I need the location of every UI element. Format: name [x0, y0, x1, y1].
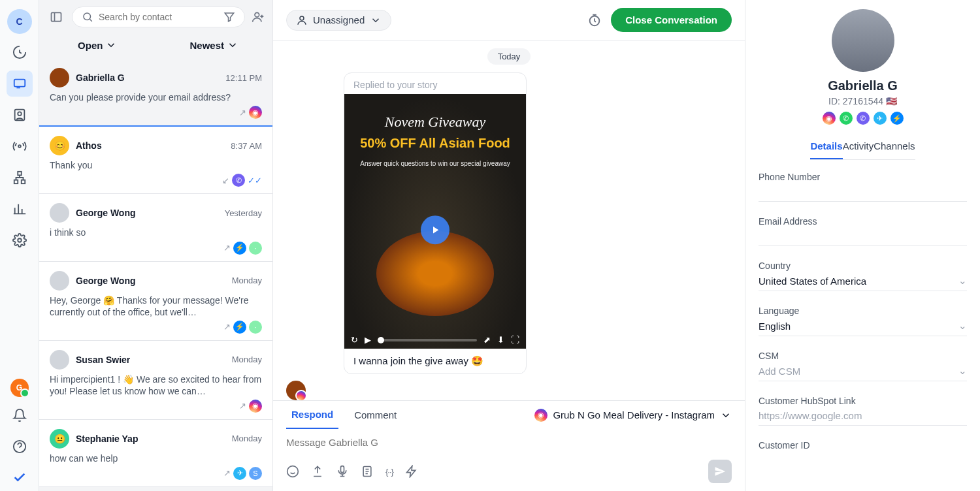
hubspot-field[interactable]: https://www.google.com — [759, 410, 967, 426]
play-small-icon[interactable]: ▶ — [365, 335, 371, 345]
conversation-item[interactable]: George WongMonday Hey, George 🤗 Thanks f… — [39, 262, 272, 341]
contact-name: Athos — [76, 140, 224, 151]
svg-point-2 — [18, 112, 22, 116]
conversation-item[interactable]: 😐Stephanie YapMonday how can we help ↗✈S — [39, 420, 272, 487]
story-title: Novem Giveaway — [385, 114, 486, 131]
whatsapp-icon[interactable]: ✆ — [840, 112, 853, 125]
field-label: CSM — [759, 351, 967, 361]
status-filter[interactable]: Open — [39, 39, 156, 51]
read-icon: ✓✓ — [248, 176, 262, 185]
nav-brand-icon[interactable] — [7, 465, 33, 491]
field-label: Language — [759, 306, 967, 316]
preview-text: Thank you — [50, 159, 262, 171]
channel-icon: · — [249, 242, 262, 255]
field-label: Phone Number — [759, 172, 967, 182]
contact-name: George Wong — [76, 208, 218, 218]
fullscreen-icon[interactable]: ⛶ — [511, 335, 519, 345]
svg-point-3 — [18, 145, 21, 148]
contact-name: Susan Swier — [76, 355, 225, 365]
message-input[interactable] — [286, 437, 732, 448]
variable-icon[interactable]: {··} — [385, 467, 393, 477]
messenger-icon: ⚡ — [233, 242, 246, 255]
emoji-icon[interactable] — [286, 465, 299, 478]
nav-settings-icon[interactable] — [7, 227, 33, 253]
play-icon[interactable] — [421, 215, 449, 244]
agent-icon: S — [249, 467, 262, 480]
respond-tab[interactable]: Respond — [286, 401, 338, 429]
svg-point-10 — [84, 13, 91, 20]
svg-rect-5 — [14, 180, 18, 184]
instagram-icon[interactable]: ◉ — [823, 112, 836, 125]
svg-rect-6 — [21, 180, 25, 184]
field-label: Customer HubSpot Link — [759, 396, 967, 406]
conversation-item[interactable]: George WongYesterday i think so ↗⚡· — [39, 194, 272, 261]
details-tab[interactable]: Details — [810, 134, 842, 159]
sort-filter[interactable]: Newest — [156, 39, 273, 51]
attachment-icon[interactable] — [311, 465, 324, 478]
svg-point-14 — [287, 466, 299, 477]
timestamp: Monday — [232, 434, 262, 443]
preview-text: i think so — [50, 227, 262, 238]
nav-user-avatar[interactable]: G — [10, 379, 29, 397]
messenger-icon[interactable]: ⚡ — [890, 112, 904, 125]
avatar — [50, 350, 69, 370]
replay-icon[interactable]: ↻ — [351, 335, 358, 345]
conversation-list: Open Newest Gabriella G12:11 PM Can you … — [39, 0, 273, 491]
story-media[interactable]: Novem Giveaway 50% OFF All Asian Food An… — [344, 94, 526, 349]
contact-channels: ◉ ✆ ✆ ✈ ⚡ — [823, 112, 904, 125]
outbound-icon: ↗ — [223, 322, 231, 332]
svg-rect-9 — [52, 12, 61, 21]
nav-reports-icon[interactable] — [7, 196, 33, 222]
nav-help-icon[interactable] — [7, 434, 33, 460]
conversation-item[interactable]: Susan SwierMonday Hi impercipient1 ! 👋 W… — [39, 341, 272, 420]
chat-panel: Unassigned Close Conversation Today Repl… — [273, 0, 745, 491]
workspace-avatar[interactable]: C — [7, 9, 32, 34]
comment-tab[interactable]: Comment — [349, 402, 402, 428]
channels-tab[interactable]: Channels — [874, 134, 915, 159]
voice-icon[interactable] — [336, 465, 349, 478]
activity-tab[interactable]: Activity — [843, 134, 874, 159]
close-conversation-button[interactable]: Close Conversation — [611, 8, 732, 32]
progress-bar[interactable] — [378, 339, 477, 341]
viber-icon: ✆ — [232, 174, 245, 187]
automation-icon[interactable] — [405, 465, 418, 478]
add-contact-icon[interactable] — [252, 10, 265, 24]
instagram-icon: ◉ — [249, 106, 262, 119]
filter-icon[interactable] — [223, 11, 235, 23]
contact-name: Gabriella G — [76, 72, 219, 83]
outbound-icon: ↗ — [239, 401, 246, 411]
svg-rect-4 — [18, 172, 22, 176]
collapse-pane-icon[interactable] — [47, 8, 65, 26]
phone-field[interactable] — [759, 186, 967, 202]
language-select[interactable]: English⌄ — [759, 320, 967, 336]
search-input[interactable] — [99, 12, 218, 22]
svg-rect-0 — [14, 80, 25, 87]
conversation-item[interactable]: Gabriella G12:11 PM Can you please provi… — [39, 59, 272, 127]
conversation-item[interactable]: 😊Athos8:37 AM Thank you ↙✆✓✓ — [39, 127, 272, 194]
nav-inbox-icon[interactable] — [7, 71, 33, 97]
nav-dashboard-icon[interactable] — [7, 39, 33, 65]
svg-point-12 — [300, 16, 304, 20]
nav-notifications-icon[interactable] — [7, 402, 33, 428]
nav-contacts-icon[interactable] — [7, 102, 33, 128]
telegram-icon[interactable]: ✈ — [874, 112, 887, 125]
snippet-icon[interactable] — [361, 465, 374, 478]
contact-name: George Wong — [76, 276, 225, 286]
open-icon[interactable]: ⬈ — [483, 335, 491, 345]
nav-workflows-icon[interactable] — [7, 165, 33, 191]
left-nav: C G — [0, 0, 39, 491]
field-label: Customer ID — [759, 440, 967, 451]
csm-select[interactable]: Add CSM⌄ — [759, 365, 967, 381]
details-panel: Gabriella G ID: 27161544 🇺🇸 ◉ ✆ ✆ ✈ ⚡ De… — [745, 0, 980, 491]
nav-broadcast-icon[interactable] — [7, 133, 33, 159]
email-field[interactable] — [759, 230, 967, 246]
instagram-icon: ◉ — [534, 409, 547, 422]
viber-icon[interactable]: ✆ — [857, 112, 870, 125]
search-bar[interactable] — [72, 7, 245, 27]
channel-selector[interactable]: ◉ Grub N Go Meal Delivery - Instagram — [534, 409, 732, 422]
assignee-dropdown[interactable]: Unassigned — [286, 10, 391, 31]
send-button[interactable] — [708, 460, 732, 483]
download-icon[interactable]: ⬇ — [497, 335, 504, 345]
country-select[interactable]: United States of America⌄ — [759, 275, 967, 291]
snooze-icon[interactable] — [585, 10, 604, 30]
